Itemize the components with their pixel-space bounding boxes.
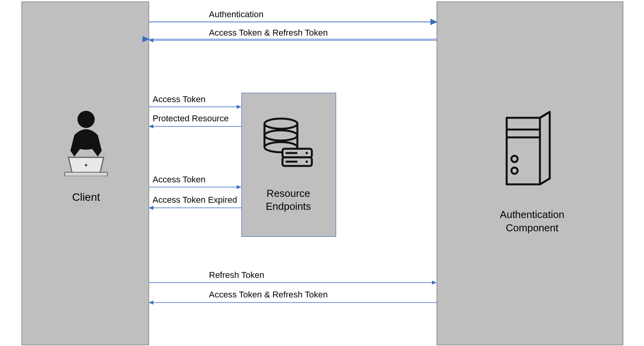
label-a8: Access Token & Refresh Token — [209, 290, 328, 300]
arrow-a2 — [149, 38, 437, 43]
arrow-a6 — [149, 205, 241, 211]
arrow-a4 — [149, 124, 241, 129]
label-a5: Access Token — [153, 175, 205, 185]
arrow-a7 — [149, 280, 437, 285]
label-a6: Access Token Expired — [153, 195, 237, 205]
label-a1: Authentication — [209, 9, 263, 20]
label-a4: Protected Resource — [153, 114, 228, 124]
label-a2: Access Token & Refresh Token — [209, 28, 328, 38]
label-a7: Refresh Token — [209, 270, 264, 280]
arrow-a8 — [149, 300, 437, 305]
arrow-a3 — [149, 104, 241, 110]
arrow-a5 — [149, 184, 241, 190]
arrow-a1 — [149, 19, 437, 25]
label-a3: Access Token — [153, 94, 205, 105]
